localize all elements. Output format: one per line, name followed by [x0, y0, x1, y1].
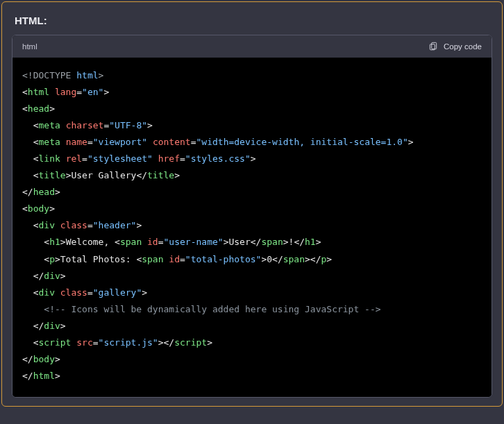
- code-block: html Copy code <!DOCTYPE html> <html lan…: [12, 35, 492, 398]
- svg-rect-0: [432, 42, 437, 49]
- copy-code-label: Copy code: [444, 42, 482, 51]
- panel-title: HTML:: [15, 15, 492, 26]
- copy-code-button[interactable]: Copy code: [428, 41, 482, 52]
- code-language-label: html: [22, 42, 37, 51]
- code-panel: HTML: html Copy code <!DOCTYPE html> <ht…: [1, 1, 503, 407]
- code-content[interactable]: <!DOCTYPE html> <html lang="en"> <head> …: [12, 58, 492, 397]
- code-header: html Copy code: [12, 35, 492, 58]
- clipboard-icon: [428, 41, 438, 52]
